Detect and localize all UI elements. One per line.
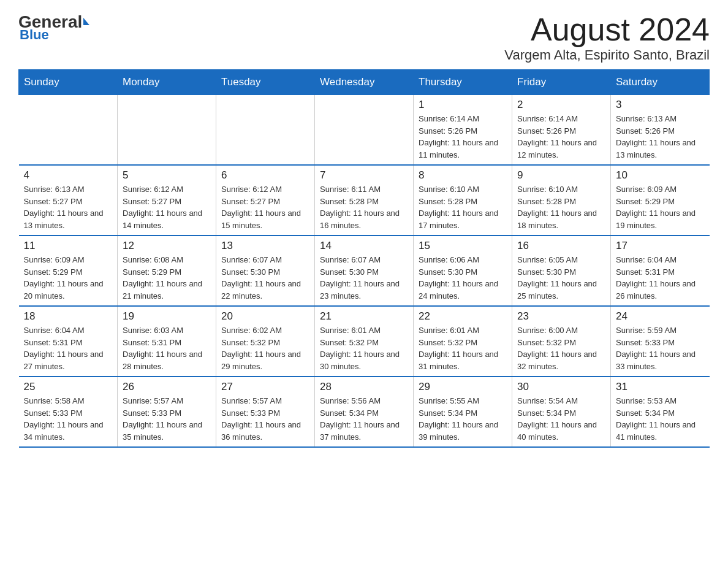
logo-triangle-icon [83,18,89,25]
day-number: 5 [123,169,211,182]
day-number: 2 [517,99,605,111]
day-cell: 11Sunrise: 6:09 AMSunset: 5:29 PMDayligh… [19,236,118,306]
weekday-header-sunday: Sunday [19,70,118,95]
weekday-header-saturday: Saturday [611,70,710,95]
day-info: Sunrise: 6:14 AMSunset: 5:26 PMDaylight:… [419,113,507,161]
day-info: Sunrise: 6:12 AMSunset: 5:27 PMDaylight:… [221,183,309,231]
location-title: Vargem Alta, Espirito Santo, Brazil [504,47,710,63]
day-info: Sunrise: 5:57 AMSunset: 5:33 PMDaylight:… [221,395,309,443]
day-number: 12 [123,240,211,252]
day-info: Sunrise: 6:11 AMSunset: 5:28 PMDaylight:… [320,183,408,231]
day-number: 21 [320,310,408,323]
day-info: Sunrise: 6:07 AMSunset: 5:30 PMDaylight:… [320,254,408,302]
day-number: 11 [24,240,113,252]
day-info: Sunrise: 6:00 AMSunset: 5:32 PMDaylight:… [517,324,605,372]
day-cell: 16Sunrise: 6:05 AMSunset: 5:30 PMDayligh… [512,236,611,306]
weekday-header-monday: Monday [118,70,216,95]
day-cell: 20Sunrise: 6:02 AMSunset: 5:32 PMDayligh… [216,306,315,377]
day-info: Sunrise: 5:58 AMSunset: 5:33 PMDaylight:… [24,395,113,443]
day-info: Sunrise: 6:14 AMSunset: 5:26 PMDaylight:… [517,113,605,161]
day-cell: 22Sunrise: 6:01 AMSunset: 5:32 PMDayligh… [414,306,512,377]
day-info: Sunrise: 6:01 AMSunset: 5:32 PMDaylight:… [320,324,408,372]
day-cell [216,95,315,166]
day-info: Sunrise: 6:05 AMSunset: 5:30 PMDaylight:… [517,254,605,302]
day-number: 23 [517,310,605,323]
week-row-5: 25Sunrise: 5:58 AMSunset: 5:33 PMDayligh… [19,377,710,447]
day-number: 27 [221,381,309,393]
weekday-header-thursday: Thursday [414,70,512,95]
day-cell: 31Sunrise: 5:53 AMSunset: 5:34 PMDayligh… [611,377,710,447]
day-number: 20 [221,310,309,323]
day-number: 24 [616,310,705,323]
week-row-4: 18Sunrise: 6:04 AMSunset: 5:31 PMDayligh… [19,306,710,377]
day-number: 26 [123,381,211,393]
day-number: 17 [616,240,705,252]
day-info: Sunrise: 6:09 AMSunset: 5:29 PMDaylight:… [616,183,705,231]
day-info: Sunrise: 5:55 AMSunset: 5:34 PMDaylight:… [419,395,507,443]
day-cell [315,95,414,166]
title-block: August 2024 Vargem Alta, Espirito Santo,… [504,12,710,63]
day-cell: 4Sunrise: 6:13 AMSunset: 5:27 PMDaylight… [19,165,118,236]
day-cell: 17Sunrise: 6:04 AMSunset: 5:31 PMDayligh… [611,236,710,306]
day-cell: 8Sunrise: 6:10 AMSunset: 5:28 PMDaylight… [414,165,512,236]
day-cell: 1Sunrise: 6:14 AMSunset: 5:26 PMDaylight… [414,95,512,166]
day-info: Sunrise: 6:08 AMSunset: 5:29 PMDaylight:… [123,254,211,302]
logo: General Blue [18,12,89,43]
week-row-3: 11Sunrise: 6:09 AMSunset: 5:29 PMDayligh… [19,236,710,306]
day-cell: 10Sunrise: 6:09 AMSunset: 5:29 PMDayligh… [611,165,710,236]
day-info: Sunrise: 5:57 AMSunset: 5:33 PMDaylight:… [123,395,211,443]
day-info: Sunrise: 6:13 AMSunset: 5:27 PMDaylight:… [24,183,113,231]
weekday-header-tuesday: Tuesday [216,70,315,95]
day-info: Sunrise: 5:54 AMSunset: 5:34 PMDaylight:… [517,395,605,443]
day-number: 31 [616,381,705,393]
day-number: 14 [320,240,408,252]
day-info: Sunrise: 6:12 AMSunset: 5:27 PMDaylight:… [123,183,211,231]
day-info: Sunrise: 6:02 AMSunset: 5:32 PMDaylight:… [221,324,309,372]
day-cell [118,95,216,166]
day-info: Sunrise: 6:07 AMSunset: 5:30 PMDaylight:… [221,254,309,302]
day-number: 10 [616,169,705,182]
day-cell: 7Sunrise: 6:11 AMSunset: 5:28 PMDaylight… [315,165,414,236]
logo-blue-text: Blue [20,27,49,43]
day-number: 22 [419,310,507,323]
day-cell [19,95,118,166]
day-number: 25 [24,381,113,393]
day-number: 6 [221,169,309,182]
week-row-1: 1Sunrise: 6:14 AMSunset: 5:26 PMDaylight… [19,95,710,166]
day-number: 1 [419,99,507,111]
weekday-header-wednesday: Wednesday [315,70,414,95]
calendar-table: SundayMondayTuesdayWednesdayThursdayFrid… [18,69,710,448]
day-cell: 27Sunrise: 5:57 AMSunset: 5:33 PMDayligh… [216,377,315,447]
day-cell: 19Sunrise: 6:03 AMSunset: 5:31 PMDayligh… [118,306,216,377]
page-header: General Blue August 2024 Vargem Alta, Es… [18,12,710,63]
day-cell: 12Sunrise: 6:08 AMSunset: 5:29 PMDayligh… [118,236,216,306]
day-number: 29 [419,381,507,393]
day-number: 7 [320,169,408,182]
week-row-2: 4Sunrise: 6:13 AMSunset: 5:27 PMDaylight… [19,165,710,236]
day-info: Sunrise: 6:06 AMSunset: 5:30 PMDaylight:… [419,254,507,302]
day-number: 8 [419,169,507,182]
day-cell: 14Sunrise: 6:07 AMSunset: 5:30 PMDayligh… [315,236,414,306]
day-info: Sunrise: 6:04 AMSunset: 5:31 PMDaylight:… [616,254,705,302]
day-number: 16 [517,240,605,252]
day-info: Sunrise: 6:09 AMSunset: 5:29 PMDaylight:… [24,254,113,302]
day-number: 13 [221,240,309,252]
day-number: 19 [123,310,211,323]
day-number: 9 [517,169,605,182]
day-info: Sunrise: 6:10 AMSunset: 5:28 PMDaylight:… [419,183,507,231]
day-info: Sunrise: 6:04 AMSunset: 5:31 PMDaylight:… [24,324,113,372]
day-info: Sunrise: 5:59 AMSunset: 5:33 PMDaylight:… [616,324,705,372]
day-number: 30 [517,381,605,393]
day-cell: 24Sunrise: 5:59 AMSunset: 5:33 PMDayligh… [611,306,710,377]
day-cell: 2Sunrise: 6:14 AMSunset: 5:26 PMDaylight… [512,95,611,166]
day-cell: 26Sunrise: 5:57 AMSunset: 5:33 PMDayligh… [118,377,216,447]
day-number: 28 [320,381,408,393]
weekday-header-row: SundayMondayTuesdayWednesdayThursdayFrid… [19,70,710,95]
day-number: 4 [24,169,113,182]
day-info: Sunrise: 6:01 AMSunset: 5:32 PMDaylight:… [419,324,507,372]
month-title: August 2024 [504,12,710,47]
day-cell: 23Sunrise: 6:00 AMSunset: 5:32 PMDayligh… [512,306,611,377]
day-info: Sunrise: 5:53 AMSunset: 5:34 PMDaylight:… [616,395,705,443]
day-cell: 21Sunrise: 6:01 AMSunset: 5:32 PMDayligh… [315,306,414,377]
day-cell: 30Sunrise: 5:54 AMSunset: 5:34 PMDayligh… [512,377,611,447]
